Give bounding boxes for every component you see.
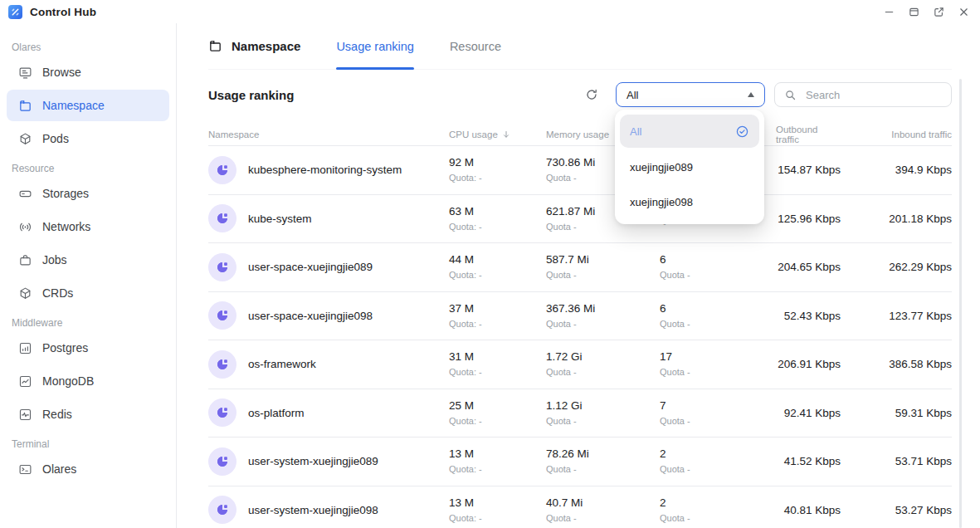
sidebar-item-label: Jobs <box>42 253 67 266</box>
search-input[interactable] <box>804 88 942 102</box>
namespace-name: user-system-xuejingjie098 <box>248 504 378 516</box>
pod-count-value: 7 <box>660 399 776 413</box>
sidebar-item-label: Pods <box>42 132 69 145</box>
sidebar-item-crds[interactable]: CRDs <box>7 277 169 309</box>
namespace-name: user-space-xuejingjie098 <box>248 310 373 322</box>
sidebar-section-terminal: Terminal <box>12 437 164 452</box>
cpu-usage-value: 31 M <box>449 350 546 364</box>
briefcase-icon <box>18 253 32 267</box>
cpu-usage-value: 25 M <box>449 399 546 413</box>
sidebar-item-label: Browse <box>42 66 81 79</box>
check-circle-icon <box>735 125 749 139</box>
dropdown-option-xuejingjie089[interactable]: xuejingjie089 <box>620 149 759 184</box>
inbound-traffic-value: 394.9 Kbps <box>841 164 952 176</box>
cpu-quota-label: Quota: - <box>449 270 546 281</box>
refresh-button[interactable] <box>582 85 602 105</box>
cpu-quota-label: Quota: - <box>449 319 546 330</box>
browse-icon <box>18 66 32 80</box>
pie-chart-icon <box>215 308 230 323</box>
namespace-avatar <box>208 253 236 281</box>
column-cpu-usage[interactable]: CPU usage <box>449 130 546 139</box>
sidebar-section-resource: Resource <box>12 161 164 176</box>
column-namespace[interactable]: Namespace <box>208 130 449 139</box>
pod-quota-label: Quota - <box>660 367 776 378</box>
table-row[interactable]: user-space-xuejingjie098 37 M Quota: - 3… <box>208 292 952 341</box>
namespace-filter-select[interactable]: All <box>616 82 765 107</box>
sidebar-item-olares-terminal[interactable]: Olares <box>7 453 169 485</box>
memory-usage-value: 367.36 Mi <box>546 302 660 315</box>
sidebar-item-mongodb[interactable]: MongoDB <box>7 365 169 397</box>
maximize-button[interactable] <box>908 6 920 18</box>
sort-desc-icon <box>501 130 511 139</box>
sidebar-item-networks[interactable]: Networks <box>7 211 169 242</box>
dropdown-option-xuejingjie098[interactable]: xuejingjie098 <box>620 184 759 219</box>
pie-chart-icon <box>215 454 230 469</box>
cpu-quota-label: Quota: - <box>449 367 546 378</box>
outbound-traffic-value: 206.91 Kbps <box>776 358 841 370</box>
section-heading: Usage ranking <box>208 88 582 102</box>
table-row[interactable]: os-framework 31 M Quota: - 1.72 Gi Quota… <box>208 340 952 389</box>
outbound-traffic-value: 52.43 Kbps <box>776 310 841 322</box>
memory-usage-value: 40.7 Mi <box>546 496 660 510</box>
tab-usage-ranking[interactable]: Usage ranking <box>336 23 414 70</box>
table-row[interactable]: user-system-xuejingjie089 13 M Quota: - … <box>208 438 952 486</box>
minimize-button[interactable] <box>883 6 895 18</box>
namespace-name: kubesphere-monitoring-system <box>248 164 402 176</box>
inbound-traffic-value: 53.27 Kbps <box>841 504 952 516</box>
pie-chart-icon <box>215 502 230 517</box>
open-external-button[interactable] <box>933 6 945 18</box>
app-title: Control Hub <box>30 6 96 18</box>
sidebar-item-pods[interactable]: Pods <box>7 123 169 154</box>
table-row[interactable]: user-system-xuejingjie098 13 M Quota: - … <box>208 486 952 528</box>
inbound-traffic-value: 262.29 Kbps <box>841 261 952 273</box>
inbound-traffic-value: 59.31 Kbps <box>841 407 952 419</box>
sidebar-item-label: Networks <box>42 220 90 233</box>
inbound-traffic-value: 123.77 Kbps <box>841 310 952 322</box>
table-row[interactable]: kubesphere-monitoring-system 92 M Quota:… <box>208 146 952 195</box>
app-logo-icon <box>8 5 22 19</box>
pie-chart-icon <box>215 260 230 275</box>
memory-quota-label: Quota - <box>546 513 660 524</box>
pulse-chart-icon <box>18 408 32 422</box>
table-row[interactable]: os-platform 25 M Quota: - 1.12 Gi Quota … <box>208 389 952 438</box>
table-row[interactable]: user-space-xuejingjie089 44 M Quota: - 5… <box>208 243 952 292</box>
sidebar-item-jobs[interactable]: Jobs <box>7 244 169 276</box>
inbound-traffic-value: 386.58 Kbps <box>841 358 952 370</box>
tab-resource[interactable]: Resource <box>450 23 501 70</box>
pie-chart-icon <box>215 163 230 178</box>
main-content: Namespace Usage ranking Resource Usage r… <box>177 23 980 528</box>
terminal-icon <box>18 462 32 477</box>
sidebar-item-browse[interactable]: Browse <box>7 56 169 88</box>
pod-count-value: 6 <box>660 302 776 315</box>
pod-count-value: 17 <box>660 350 776 364</box>
page-header: Namespace Usage ranking Resource <box>208 23 952 70</box>
namespace-icon <box>18 99 32 113</box>
namespace-avatar <box>208 350 236 379</box>
sidebar-item-storages[interactable]: Storages <box>7 178 169 209</box>
vertical-scrollbar[interactable] <box>959 79 962 528</box>
outbound-traffic-value: 40.81 Kbps <box>776 504 841 516</box>
pod-quota-label: Quota - <box>660 319 776 330</box>
pod-quota-label: Quota - <box>660 416 776 427</box>
memory-usage-value: 587.7 Mi <box>546 253 660 266</box>
pod-quota-label: Quota - <box>660 513 776 524</box>
pods-cube-icon <box>18 132 32 146</box>
crds-cube-icon <box>18 286 32 301</box>
sidebar-item-label: CRDs <box>42 286 73 300</box>
dropdown-option-all[interactable]: All <box>620 115 759 148</box>
table-header: Namespace CPU usage Memory usage Outboun… <box>208 124 952 146</box>
cpu-quota-label: Quota: - <box>449 464 546 475</box>
table-row[interactable]: kube-system 63 M Quota: - 621.87 Mi Quot… <box>208 195 952 244</box>
namespace-avatar <box>208 496 236 524</box>
column-inbound-traffic[interactable]: Inbound traffic <box>841 130 952 139</box>
cpu-usage-value: 44 M <box>449 253 546 266</box>
sidebar-item-namespace[interactable]: Namespace <box>7 90 169 121</box>
sidebar-item-redis[interactable]: Redis <box>7 398 169 430</box>
cpu-quota-label: Quota: - <box>449 222 546 232</box>
sidebar-item-postgres[interactable]: Postgres <box>7 332 169 364</box>
memory-quota-label: Quota - <box>546 416 660 427</box>
close-button[interactable] <box>958 6 970 18</box>
column-outbound-traffic[interactable]: Outbound traffic <box>776 125 841 144</box>
bar-chart-icon <box>18 341 32 355</box>
namespace-name: os-framework <box>248 358 316 370</box>
